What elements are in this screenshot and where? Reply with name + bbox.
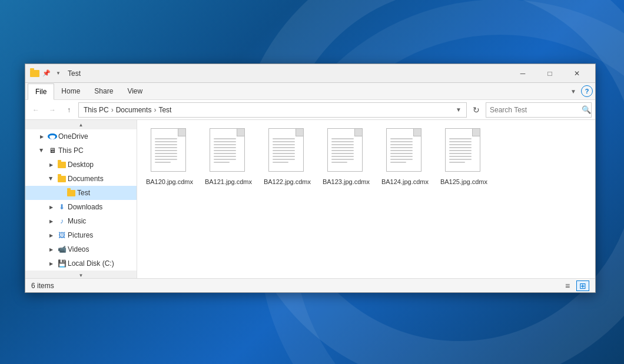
file-icon-2 (268, 128, 306, 175)
folder-icon-tb (30, 69, 39, 78)
file-icon-4 (386, 128, 424, 175)
view-large-icons-button[interactable]: ⊞ (576, 280, 589, 291)
file-icon-5 (445, 128, 483, 175)
expand-arrow-videos: ▶ (47, 245, 56, 254)
ribbon-chevron-icon[interactable]: ▼ (568, 87, 579, 96)
downloads-icon: ⬇ (57, 202, 67, 212)
sidebar-item-pictures[interactable]: ▶ 🖼 Pictures (25, 228, 137, 242)
file-name-3: BA123.jpg.cdmx (323, 178, 370, 186)
status-item-count: 6 items (31, 282, 561, 290)
file-item-1[interactable]: BA121.jpg.cdmx (202, 126, 255, 188)
tab-share[interactable]: Share (87, 83, 120, 99)
doc-lines-4 (390, 138, 413, 165)
sidebar-item-onedrive[interactable]: ▶ OneDrive (25, 129, 137, 143)
title-bar: 📌 ▼ Test ─ □ ✕ (25, 64, 595, 83)
sidebar-item-thispc[interactable]: ▶ 🖥 This PC (25, 143, 137, 158)
pin-icon: 📌 (42, 69, 51, 78)
sidebar-label-onedrive: OneDrive (58, 132, 88, 141)
search-input[interactable] (486, 106, 582, 114)
file-item-0[interactable]: BA120.jpg.cdmx (143, 126, 196, 188)
pc-icon: 🖥 (48, 146, 57, 155)
sidebar-item-desktop[interactable]: ▶ Desktop (25, 158, 137, 172)
path-test[interactable]: Test (158, 106, 171, 114)
path-documents[interactable]: Documents (116, 106, 152, 114)
file-grid: BA120.jpg.cdmx BA121.jpg.cdmx BA122.jpg.… (137, 120, 595, 278)
sidebar-item-localdisk[interactable]: ▶ 💾 Local Disk (C:) (25, 256, 137, 271)
doc-page-0 (151, 128, 186, 172)
title-bar-icons: 📌 ▼ (30, 69, 63, 78)
music-icon: ♪ (57, 216, 67, 226)
doc-page-1 (210, 128, 245, 172)
window-title: Test (68, 69, 509, 78)
doc-lines-0 (155, 138, 177, 165)
file-item-3[interactable]: BA123.jpg.cdmx (320, 126, 373, 188)
expand-arrow-music: ▶ (47, 216, 56, 226)
minimize-button[interactable]: ─ (509, 64, 536, 83)
up-button[interactable]: ↑ (62, 103, 76, 117)
status-bar: 6 items ≡ ⊞ (25, 278, 595, 292)
file-icon-1 (210, 128, 247, 175)
sidebar-label-thispc: This PC (58, 146, 84, 155)
path-this-pc[interactable]: This PC (84, 106, 109, 114)
help-button[interactable]: ? (581, 85, 593, 97)
file-item-2[interactable]: BA122.jpg.cdmx (261, 126, 314, 188)
documents-folder-icon (57, 174, 67, 183)
address-path[interactable]: This PC › Documents › Test ▼ (78, 102, 467, 118)
path-dropdown-icon[interactable]: ▼ (456, 106, 462, 113)
sidebar-label-videos: Videos (68, 245, 89, 253)
file-name-5: BA125.jpg.cdmx (440, 178, 487, 186)
videos-icon: 📹 (57, 245, 67, 254)
expand-arrow-desktop: ▶ (47, 160, 56, 169)
expand-arrow-documents: ▶ (47, 174, 56, 183)
file-icon-3 (327, 128, 365, 175)
expand-arrow-thispc: ▶ (37, 146, 47, 155)
window-controls: ─ □ ✕ (509, 64, 590, 83)
sidebar-label-localdisk: Local Disk (C:) (68, 259, 114, 268)
tab-file[interactable]: File (28, 84, 54, 100)
tab-home[interactable]: Home (54, 83, 87, 99)
back-button[interactable]: ← (29, 103, 43, 117)
doc-lines-3 (331, 138, 354, 165)
doc-page-3 (327, 128, 363, 172)
main-content: ▲ ▶ OneDrive ▶ 🖥 This PC ▶ (25, 120, 595, 278)
file-item-5[interactable]: BA125.jpg.cdmx (437, 126, 490, 188)
ribbon: File Home Share View ▼ ? (25, 83, 595, 100)
test-folder-icon (67, 188, 76, 198)
search-box[interactable]: 🔍 (486, 102, 592, 118)
forward-button[interactable]: → (45, 103, 59, 117)
scroll-down[interactable]: ▼ (25, 271, 137, 278)
view-buttons: ≡ ⊞ (561, 280, 589, 291)
search-icon[interactable]: 🔍 (582, 102, 591, 118)
sidebar-label-desktop: Desktop (68, 161, 94, 169)
sidebar-label-pictures: Pictures (68, 231, 93, 239)
expand-arrow-localdisk: ▶ (47, 259, 56, 268)
sidebar-item-downloads[interactable]: ▶ ⬇ Downloads (25, 200, 137, 214)
sidebar-item-test[interactable]: ▶ Test (25, 186, 137, 200)
file-icon-0 (151, 128, 188, 175)
sidebar-item-music[interactable]: ▶ ♪ Music (25, 214, 137, 228)
close-button[interactable]: ✕ (563, 64, 590, 83)
sidebar-item-documents[interactable]: ▶ Documents (25, 172, 137, 186)
doc-lines-5 (449, 138, 472, 165)
desktop-folder-icon (57, 160, 67, 169)
sidebar-item-videos[interactable]: ▶ 📹 Videos (25, 242, 137, 256)
maximize-button[interactable]: □ (536, 64, 563, 83)
view-details-button[interactable]: ≡ (561, 280, 574, 291)
sidebar: ▲ ▶ OneDrive ▶ 🖥 This PC ▶ (25, 120, 137, 278)
file-item-4[interactable]: BA124.jpg.cdmx (379, 126, 432, 188)
file-name-2: BA122.jpg.cdmx (264, 178, 311, 186)
tab-view[interactable]: View (120, 83, 150, 99)
refresh-button[interactable]: ↻ (469, 103, 483, 117)
expand-arrow-onedrive: ▶ (37, 132, 47, 141)
file-name-4: BA124.jpg.cdmx (381, 178, 429, 186)
address-bar: ← → ↑ This PC › Documents › Test ▼ ↻ 🔍 (25, 100, 595, 120)
ribbon-expand: ▼ ? (568, 85, 593, 97)
doc-page-4 (386, 128, 421, 172)
ribbon-tabs: File Home Share View ▼ ? (25, 83, 595, 99)
scroll-up[interactable]: ▲ (25, 120, 137, 129)
drive-icon: 💾 (57, 259, 67, 268)
sidebar-label-music: Music (68, 217, 86, 225)
sidebar-label-test: Test (77, 189, 90, 197)
chevron-down-icon: ▼ (54, 69, 63, 78)
onedrive-icon (48, 132, 57, 141)
